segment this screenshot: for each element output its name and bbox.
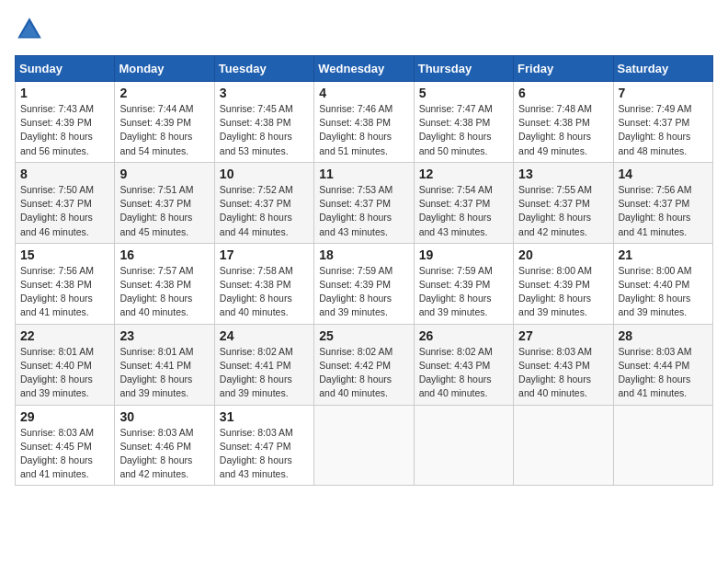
day-number: 27 — [518, 328, 608, 343]
logo — [15, 15, 48, 44]
calendar-cell: 21Sunrise: 8:00 AMSunset: 4:40 PMDayligh… — [613, 243, 712, 324]
logo-icon — [15, 15, 44, 44]
calendar-cell: 10Sunrise: 7:52 AMSunset: 4:37 PMDayligh… — [214, 162, 313, 243]
calendar-cell: 14Sunrise: 7:56 AMSunset: 4:37 PMDayligh… — [613, 162, 712, 243]
day-info: Sunrise: 7:59 AMSunset: 4:39 PMDaylight:… — [419, 264, 508, 320]
day-info: Sunrise: 7:54 AMSunset: 4:37 PMDaylight:… — [419, 183, 508, 239]
day-number: 24 — [220, 328, 309, 343]
day-number: 31 — [220, 409, 309, 424]
calendar-cell: 28Sunrise: 8:03 AMSunset: 4:44 PMDayligh… — [613, 324, 712, 405]
day-info: Sunrise: 7:52 AMSunset: 4:37 PMDaylight:… — [220, 183, 309, 239]
calendar-cell — [514, 405, 613, 486]
day-info: Sunrise: 7:49 AMSunset: 4:37 PMDaylight:… — [619, 102, 708, 158]
day-number: 16 — [119, 247, 209, 262]
day-info: Sunrise: 8:03 AMSunset: 4:43 PMDaylight:… — [518, 345, 608, 401]
day-of-week-header: Saturday — [613, 56, 712, 82]
day-number: 11 — [319, 167, 408, 181]
calendar-cell: 25Sunrise: 8:02 AMSunset: 4:42 PMDayligh… — [314, 324, 414, 405]
day-number: 25 — [319, 328, 408, 343]
calendar-week-row: 29Sunrise: 8:03 AMSunset: 4:45 PMDayligh… — [16, 405, 713, 486]
calendar-cell: 5Sunrise: 7:47 AMSunset: 4:38 PMDaylight… — [414, 82, 513, 163]
calendar-week-row: 15Sunrise: 7:56 AMSunset: 4:38 PMDayligh… — [16, 243, 713, 324]
calendar-cell: 27Sunrise: 8:03 AMSunset: 4:43 PMDayligh… — [514, 324, 613, 405]
day-of-week-header: Thursday — [414, 56, 513, 82]
calendar-week-row: 1Sunrise: 7:43 AMSunset: 4:39 PMDaylight… — [16, 82, 713, 163]
day-of-week-header: Friday — [514, 56, 613, 82]
calendar-cell: 6Sunrise: 7:48 AMSunset: 4:38 PMDaylight… — [514, 82, 613, 163]
day-info: Sunrise: 8:00 AMSunset: 4:39 PMDaylight:… — [518, 264, 608, 320]
day-info: Sunrise: 7:51 AMSunset: 4:37 PMDaylight:… — [119, 183, 209, 239]
calendar-cell: 30Sunrise: 8:03 AMSunset: 4:46 PMDayligh… — [115, 405, 214, 486]
day-number: 9 — [119, 167, 209, 181]
calendar-cell: 23Sunrise: 8:01 AMSunset: 4:41 PMDayligh… — [115, 324, 214, 405]
day-info: Sunrise: 7:43 AMSunset: 4:39 PMDaylight:… — [20, 102, 109, 158]
day-number: 23 — [119, 328, 209, 343]
day-info: Sunrise: 8:03 AMSunset: 4:45 PMDaylight:… — [20, 426, 109, 482]
calendar-cell: 4Sunrise: 7:46 AMSunset: 4:38 PMDaylight… — [314, 82, 414, 163]
calendar-cell: 31Sunrise: 8:03 AMSunset: 4:47 PMDayligh… — [214, 405, 313, 486]
calendar-cell: 13Sunrise: 7:55 AMSunset: 4:37 PMDayligh… — [514, 162, 613, 243]
day-info: Sunrise: 7:50 AMSunset: 4:37 PMDaylight:… — [20, 183, 109, 239]
day-info: Sunrise: 8:01 AMSunset: 4:41 PMDaylight:… — [119, 345, 209, 401]
day-info: Sunrise: 8:02 AMSunset: 4:43 PMDaylight:… — [419, 345, 508, 401]
day-number: 18 — [319, 247, 408, 262]
calendar-cell: 26Sunrise: 8:02 AMSunset: 4:43 PMDayligh… — [414, 324, 513, 405]
calendar-cell — [613, 405, 712, 486]
day-number: 29 — [20, 409, 109, 424]
day-info: Sunrise: 7:56 AMSunset: 4:37 PMDaylight:… — [619, 183, 708, 239]
day-number: 22 — [20, 328, 109, 343]
day-number: 15 — [20, 247, 109, 262]
day-of-week-header: Tuesday — [214, 56, 313, 82]
day-info: Sunrise: 7:55 AMSunset: 4:37 PMDaylight:… — [518, 183, 608, 239]
day-number: 8 — [20, 167, 109, 181]
page-header — [15, 15, 713, 44]
calendar-cell: 9Sunrise: 7:51 AMSunset: 4:37 PMDaylight… — [115, 162, 214, 243]
day-number: 14 — [619, 167, 708, 181]
calendar-cell: 8Sunrise: 7:50 AMSunset: 4:37 PMDaylight… — [16, 162, 115, 243]
day-info: Sunrise: 8:00 AMSunset: 4:40 PMDaylight:… — [619, 264, 708, 320]
day-of-week-header: Monday — [115, 56, 214, 82]
day-number: 3 — [220, 86, 309, 100]
calendar-cell: 11Sunrise: 7:53 AMSunset: 4:37 PMDayligh… — [314, 162, 414, 243]
day-number: 19 — [419, 247, 508, 262]
day-number: 30 — [119, 409, 209, 424]
day-number: 28 — [619, 328, 708, 343]
day-info: Sunrise: 8:03 AMSunset: 4:47 PMDaylight:… — [220, 426, 309, 482]
calendar-cell: 29Sunrise: 8:03 AMSunset: 4:45 PMDayligh… — [16, 405, 115, 486]
calendar-cell: 22Sunrise: 8:01 AMSunset: 4:40 PMDayligh… — [16, 324, 115, 405]
calendar-week-row: 22Sunrise: 8:01 AMSunset: 4:40 PMDayligh… — [16, 324, 713, 405]
day-info: Sunrise: 8:03 AMSunset: 4:46 PMDaylight:… — [119, 426, 209, 482]
day-info: Sunrise: 8:01 AMSunset: 4:40 PMDaylight:… — [20, 345, 109, 401]
calendar-cell: 15Sunrise: 7:56 AMSunset: 4:38 PMDayligh… — [16, 243, 115, 324]
calendar-cell — [314, 405, 414, 486]
calendar-cell — [414, 405, 513, 486]
calendar-table: SundayMondayTuesdayWednesdayThursdayFrid… — [15, 55, 713, 486]
day-number: 12 — [419, 167, 508, 181]
calendar-cell: 12Sunrise: 7:54 AMSunset: 4:37 PMDayligh… — [414, 162, 513, 243]
day-number: 1 — [20, 86, 109, 100]
calendar-cell: 16Sunrise: 7:57 AMSunset: 4:38 PMDayligh… — [115, 243, 214, 324]
day-info: Sunrise: 7:44 AMSunset: 4:39 PMDaylight:… — [119, 102, 209, 158]
day-info: Sunrise: 7:57 AMSunset: 4:38 PMDaylight:… — [119, 264, 209, 320]
day-info: Sunrise: 7:45 AMSunset: 4:38 PMDaylight:… — [220, 102, 309, 158]
day-info: Sunrise: 8:02 AMSunset: 4:41 PMDaylight:… — [220, 345, 309, 401]
day-info: Sunrise: 7:58 AMSunset: 4:38 PMDaylight:… — [220, 264, 309, 320]
day-number: 10 — [220, 167, 309, 181]
day-number: 7 — [619, 86, 708, 100]
calendar-header-row: SundayMondayTuesdayWednesdayThursdayFrid… — [16, 56, 713, 82]
day-info: Sunrise: 8:03 AMSunset: 4:44 PMDaylight:… — [619, 345, 708, 401]
calendar-cell: 1Sunrise: 7:43 AMSunset: 4:39 PMDaylight… — [16, 82, 115, 163]
day-info: Sunrise: 7:46 AMSunset: 4:38 PMDaylight:… — [319, 102, 408, 158]
day-number: 26 — [419, 328, 508, 343]
calendar-week-row: 8Sunrise: 7:50 AMSunset: 4:37 PMDaylight… — [16, 162, 713, 243]
day-number: 4 — [319, 86, 408, 100]
day-of-week-header: Wednesday — [314, 56, 414, 82]
day-number: 2 — [119, 86, 209, 100]
calendar-cell: 7Sunrise: 7:49 AMSunset: 4:37 PMDaylight… — [613, 82, 712, 163]
day-number: 13 — [518, 167, 608, 181]
calendar-cell: 20Sunrise: 8:00 AMSunset: 4:39 PMDayligh… — [514, 243, 613, 324]
day-info: Sunrise: 7:56 AMSunset: 4:38 PMDaylight:… — [20, 264, 109, 320]
day-info: Sunrise: 7:53 AMSunset: 4:37 PMDaylight:… — [319, 183, 408, 239]
day-info: Sunrise: 7:47 AMSunset: 4:38 PMDaylight:… — [419, 102, 508, 158]
day-number: 17 — [220, 247, 309, 262]
